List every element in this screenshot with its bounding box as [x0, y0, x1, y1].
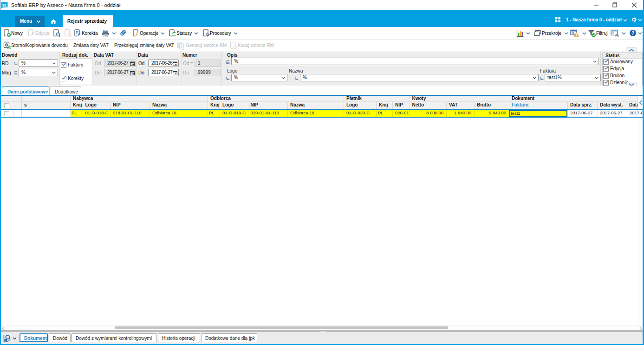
svg-text:?: ? [631, 31, 634, 36]
svg-text:SL: SL [2, 3, 7, 7]
